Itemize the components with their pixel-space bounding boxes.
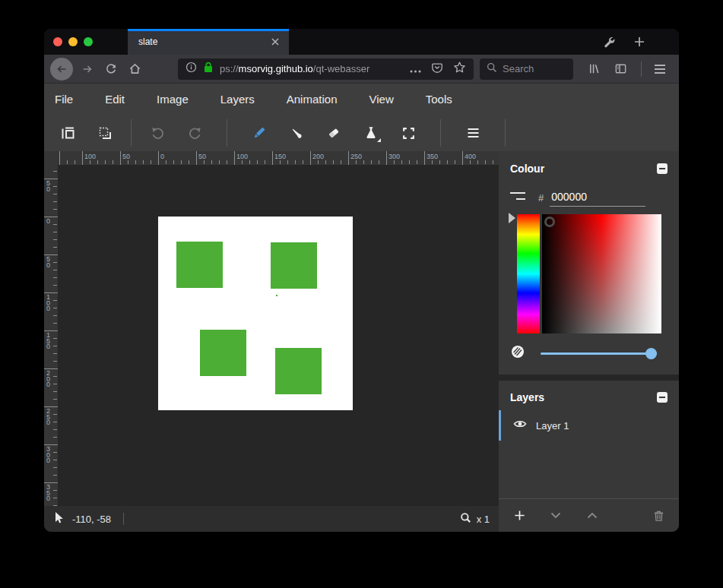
forward-button[interactable] <box>77 58 98 80</box>
status-divider <box>123 513 124 525</box>
redo-icon[interactable] <box>181 119 208 147</box>
ruler-label: 50 <box>198 153 206 160</box>
painted-rect <box>176 242 223 288</box>
ruler-label: 50 <box>122 153 130 160</box>
opacity-slider-handle[interactable] <box>645 348 657 359</box>
wrench-icon[interactable] <box>600 33 618 51</box>
hex-colour-input[interactable] <box>550 191 645 207</box>
search-bar[interactable] <box>480 58 573 80</box>
opacity-slider[interactable] <box>541 348 657 359</box>
horizontal-ruler: 10050050100150200250300350400 <box>58 151 499 165</box>
move-layer-down-button[interactable] <box>547 507 565 525</box>
canvas-size-icon[interactable] <box>54 119 81 147</box>
canvas-workspace: 10050050100150200250300350400 5 005 01 0… <box>44 151 499 532</box>
back-button[interactable] <box>50 58 73 81</box>
reload-button[interactable] <box>100 58 122 80</box>
layer-row[interactable]: Layer 1 <box>499 410 679 441</box>
zoom-icon <box>460 512 471 526</box>
delete-layer-button[interactable] <box>649 507 668 525</box>
image-canvas[interactable] <box>158 217 353 410</box>
hue-bar[interactable] <box>517 214 540 334</box>
ruler-label: 0 <box>160 153 164 160</box>
zoom-window-button[interactable] <box>84 37 93 46</box>
hue-pointer-icon[interactable] <box>509 213 515 223</box>
url-scheme: ps:// <box>220 63 239 74</box>
url-path: /qt-webasser <box>313 63 369 74</box>
minimize-window-button[interactable] <box>68 37 78 46</box>
page-actions-ellipsis-icon[interactable] <box>410 62 421 76</box>
nav-divider <box>641 62 642 77</box>
fullscreen-icon[interactable] <box>395 119 422 147</box>
library-icon[interactable] <box>583 58 604 80</box>
move-layer-up-button[interactable] <box>583 507 601 525</box>
bookmark-star-icon[interactable] <box>453 61 466 77</box>
layer-visibility-eye-icon[interactable] <box>513 419 527 432</box>
pocket-icon[interactable] <box>431 62 443 77</box>
layer-list: Layer 1 <box>499 410 679 498</box>
collapse-layers-panel-button[interactable] <box>657 392 668 403</box>
menu-tools[interactable]: Tools <box>426 93 452 106</box>
app-tool-bar <box>44 115 679 151</box>
search-input[interactable] <box>503 63 563 74</box>
fill-tool-icon[interactable] <box>357 119 385 147</box>
tab-close-icon[interactable] <box>269 36 281 48</box>
info-icon[interactable] <box>186 62 197 76</box>
lightness-lines-icon <box>510 192 525 201</box>
add-layer-button[interactable] <box>510 507 528 525</box>
close-window-button[interactable] <box>53 37 62 46</box>
menu-animation[interactable]: Animation <box>287 93 338 106</box>
ruler-label: 1 5 0 <box>46 333 50 350</box>
saturation-lightness-square[interactable] <box>542 214 661 334</box>
url-domain: msorvig.github.io <box>239 63 313 74</box>
colour-panel-title: Colour <box>510 163 544 175</box>
browser-menu-icon[interactable] <box>649 58 671 80</box>
layers-panel: Layers Layer 1 <box>499 381 679 532</box>
menu-file[interactable]: File <box>55 93 73 106</box>
toolbar-menu-icon[interactable] <box>459 119 487 147</box>
sidebar-icon[interactable] <box>610 58 631 80</box>
home-button[interactable] <box>124 58 145 80</box>
ruler-label: 0 <box>46 219 50 225</box>
ruler-label: 350 <box>427 153 438 160</box>
app-menu-bar: File Edit Image Layers Animation View To… <box>44 84 679 115</box>
collapse-colour-panel-button[interactable] <box>657 163 668 174</box>
traffic-lights <box>53 37 93 46</box>
colour-picker-cursor[interactable] <box>544 217 555 227</box>
no-alpha-icon <box>510 344 525 362</box>
ruler-label: 200 <box>312 153 324 160</box>
pencil-tool-icon[interactable] <box>246 119 273 147</box>
lock-icon[interactable] <box>203 62 214 76</box>
eraser-tool-icon[interactable] <box>320 119 347 147</box>
panel-gap <box>499 375 679 381</box>
menu-layers[interactable]: Layers <box>220 93 255 106</box>
search-icon <box>487 62 497 76</box>
tab-title: slate <box>138 36 269 47</box>
menu-edit[interactable]: Edit <box>105 93 125 106</box>
opacity-slider-track[interactable] <box>541 352 657 355</box>
toolbar-divider <box>505 119 506 147</box>
navigation-bar: ps://msorvig.github.io/qt-webasser <box>44 55 679 84</box>
colour-panel: Colour # <box>499 151 679 375</box>
ruler-label: 5 0 <box>46 181 50 192</box>
ruler-label: 1 0 0 <box>46 295 50 312</box>
ruler-label: 2 5 0 <box>46 409 50 426</box>
canvas-viewport[interactable] <box>58 165 499 506</box>
title-bar: slate <box>44 29 679 55</box>
menu-image[interactable]: Image <box>157 93 189 106</box>
ruler-label: 250 <box>350 153 362 160</box>
menu-view[interactable]: View <box>369 93 393 106</box>
resize-selection-icon[interactable] <box>91 119 119 147</box>
undo-icon[interactable] <box>144 119 171 147</box>
status-bar: -110, -58 x 1 <box>44 506 499 532</box>
new-tab-icon[interactable] <box>630 33 648 51</box>
url-bar[interactable]: ps://msorvig.github.io/qt-webasser <box>178 58 474 80</box>
ruler-label: 100 <box>84 153 96 160</box>
toolbar-divider <box>440 119 441 147</box>
right-panel: Colour # <box>499 151 679 532</box>
ruler-label: 150 <box>274 153 286 160</box>
eyedropper-tool-icon[interactable] <box>283 119 310 147</box>
saturation-overlay <box>542 214 661 334</box>
ruler-label: 2 0 0 <box>46 371 50 388</box>
ruler-corner <box>44 151 58 165</box>
browser-tab[interactable]: slate <box>128 29 289 55</box>
